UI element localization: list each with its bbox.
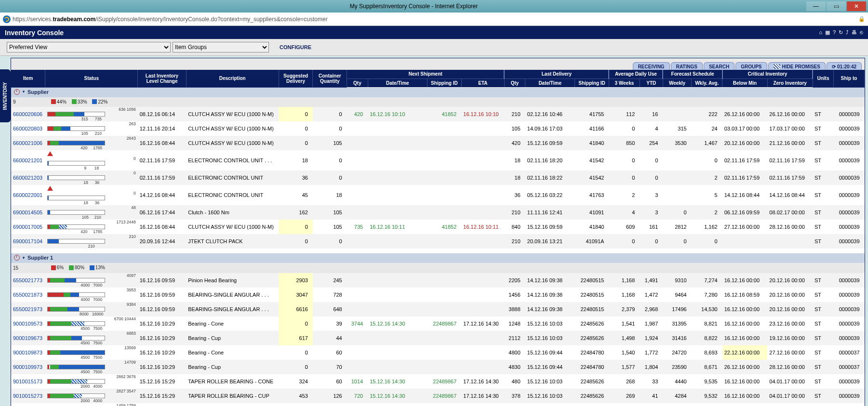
item-link[interactable]: 9010015173 — [11, 374, 45, 389]
description: JTEKT CLUTCH PACK — [186, 234, 279, 249]
item-link[interactable]: 6550021873 — [11, 288, 45, 302]
forecast-weekly: 3530 — [663, 136, 691, 150]
window-maximize-button[interactable]: ▭ — [827, 1, 846, 11]
window-minimize-button[interactable]: — — [806, 1, 826, 11]
last-qty: 4830 — [504, 360, 525, 374]
window-close-button[interactable]: ✕ — [847, 1, 866, 11]
supplier-group-header[interactable]: ▼ Supplier 1 — [11, 253, 865, 263]
units: ST — [813, 389, 833, 403]
col-wk[interactable]: Weekly — [663, 79, 691, 87]
next-qty: 420 — [347, 107, 368, 121]
table-row[interactable]: 9000109673 6883 4500 7500 16.12.16 10:29… — [11, 331, 865, 345]
col-3w[interactable]: 3 Weeks — [609, 79, 640, 87]
refresh-icon[interactable]: ↻ — [839, 29, 843, 36]
refresh-icon[interactable]: ⟳ — [832, 64, 836, 69]
table-row[interactable]: 9010015473 1459 1759 1000 2000 16.12.16 … — [11, 403, 865, 406]
view-select[interactable]: Preferred View — [7, 42, 171, 52]
col-ldt[interactable]: Date/Time — [525, 79, 575, 87]
item-link[interactable]: 6900014505 — [11, 205, 45, 220]
item-link[interactable]: 6600020606 — [11, 107, 45, 121]
item-link[interactable]: 6900017005 — [11, 220, 45, 234]
item-link[interactable]: 6550021773 — [11, 273, 45, 288]
tab-ratings[interactable]: RATINGS — [671, 62, 703, 70]
item-link[interactable]: 6550021973 — [11, 302, 45, 316]
table-row[interactable]: 6550021873 3953 4000 7000 16.12.16 09:59… — [11, 288, 865, 302]
logout-icon[interactable]: ⎋ — [860, 29, 863, 36]
configure-link[interactable]: CONFIGURE — [280, 44, 311, 50]
col-cq[interactable]: Container Quantity — [313, 70, 347, 87]
help-icon[interactable]: ? — [833, 29, 836, 36]
col-nqty[interactable]: Qty — [347, 79, 368, 87]
last-datetime: 02.11.16 18:22 — [525, 170, 575, 185]
item-link[interactable]: 6600021203 — [11, 170, 45, 185]
tab-hide-promises[interactable]: HIDE PROMISES — [768, 62, 826, 70]
table-row[interactable]: 9010015273 2827 3547 2000 4000 15.12.16 … — [11, 389, 865, 403]
table-row[interactable]: 6600021006 2643 420 1785 16.12.16 08:44 … — [11, 136, 865, 150]
col-zi[interactable]: Zero Inventory — [767, 79, 813, 87]
next-eta — [461, 273, 504, 288]
status-bar: 0 18 36 — [45, 185, 138, 205]
tab-groups[interactable]: GROUPS — [735, 62, 767, 70]
table-row[interactable]: 6600021201 0 9 18 02.11.16 17:59 ELECTRO… — [11, 150, 865, 170]
col-wka[interactable]: Wkly. Avg. — [692, 79, 722, 87]
below-min: 16.12.16 08:59 — [722, 288, 768, 302]
col-desc[interactable]: Description — [186, 70, 279, 87]
last-shipping-id: 41840 — [575, 220, 609, 234]
col-nsid[interactable]: Shipping ID — [427, 79, 461, 87]
item-link[interactable]: 6600021201 — [11, 150, 45, 170]
item-link[interactable]: 6600020803 — [11, 121, 45, 136]
col-ndt[interactable]: Date/Time — [368, 79, 427, 87]
table-row[interactable]: 9000109973 14709 4500 7500 16.12.16 10:2… — [11, 360, 865, 374]
col-ytd[interactable]: YTD — [640, 79, 663, 87]
collapse-icon[interactable]: ▼ — [22, 256, 26, 260]
table-row[interactable]: 6600021203 0 18 36 02.11.16 17:59 ELECTR… — [11, 170, 865, 185]
next-shipping-id — [427, 185, 461, 205]
item-link[interactable]: 9000109673 — [11, 331, 45, 345]
supplier-group-header[interactable]: ▼ Supplier — [11, 87, 865, 97]
item-link[interactable]: 9010015473 — [11, 403, 45, 406]
table-row[interactable]: 6600022001 0 18 36 14.12.16 08:44 ELECTR… — [11, 185, 865, 205]
item-link[interactable]: 9000109573 — [11, 316, 45, 331]
last-inv-change: 16.12.16 08:44 — [138, 136, 187, 150]
item-link[interactable]: 9000109873 — [11, 345, 45, 360]
tab-search[interactable]: SEARCH — [704, 62, 734, 70]
col-shipto[interactable]: Ship to — [833, 70, 864, 87]
container-qty: 30 — [313, 403, 347, 406]
table-row[interactable]: 6900014505 48 105 210 06.12.16 17:44 Clu… — [11, 205, 865, 220]
table-row[interactable]: 6600020803 263 105 210 12.11.16 20:14 CL… — [11, 121, 865, 136]
table-row[interactable]: 9000109873 13569 4500 7500 16.12.16 10:2… — [11, 345, 865, 360]
container-qty: 39 — [313, 316, 347, 331]
table-row[interactable]: 9000109573 6700 10444 4500 7500 16.12.16… — [11, 316, 865, 331]
col-lsid[interactable]: Shipping ID — [575, 79, 609, 87]
col-sug[interactable]: Suggested Delivery — [279, 70, 313, 87]
table-row[interactable]: 6550021773 4097 4000 7000 16.12.16 09:59… — [11, 273, 865, 288]
col-bm[interactable]: Below Min — [722, 79, 768, 87]
item-link[interactable]: 6600021006 — [11, 136, 45, 150]
group-select[interactable]: Item Groups — [173, 42, 269, 52]
col-units[interactable]: Units — [813, 70, 833, 87]
inventory-sidetab[interactable]: INVENTORY — [0, 69, 11, 122]
table-row[interactable]: 9010015173 2662 3676 2000 4000 15.12.16 … — [11, 374, 865, 389]
tab-receiving[interactable]: RECEIVING — [633, 62, 670, 70]
col-lastinv[interactable]: Last Inventory Level Change — [138, 70, 187, 87]
upload-icon[interactable]: ⤴ — [846, 29, 849, 36]
url-field[interactable]: https://services.tradebeam.com/iSupply/c… — [13, 16, 856, 23]
table-row[interactable]: 6600020606 636 1056 315 735 08.12.16 06:… — [11, 107, 865, 121]
colgrp-next: Next Shipment — [347, 70, 505, 79]
item-link[interactable]: 9010015273 — [11, 389, 45, 403]
col-lqty[interactable]: Qty — [504, 79, 525, 87]
col-status[interactable]: Status — [45, 70, 138, 87]
item-link[interactable]: 9000109973 — [11, 360, 45, 374]
col-neta[interactable]: ETA — [461, 79, 504, 87]
item-link[interactable]: 6600022001 — [11, 185, 45, 205]
print-icon[interactable]: 🖶 — [852, 29, 857, 36]
table-row[interactable]: 6900017005 1713 2448 420 1785 16.12.16 0… — [11, 220, 865, 234]
item-link[interactable]: 6900017104 — [11, 234, 45, 249]
table-row[interactable]: 6550021973 9384 8000 16000 16.12.16 09:5… — [11, 302, 865, 316]
table-row[interactable]: 6900017104 210 210 20.09.16 12:44 JTEKT … — [11, 234, 865, 249]
home-icon[interactable]: ⌂ — [819, 29, 822, 36]
col-item[interactable]: Item — [11, 70, 45, 87]
container-qty: 126 — [313, 389, 347, 403]
collapse-icon[interactable]: ▼ — [22, 90, 26, 94]
grid-icon[interactable]: ▦ — [825, 29, 830, 36]
